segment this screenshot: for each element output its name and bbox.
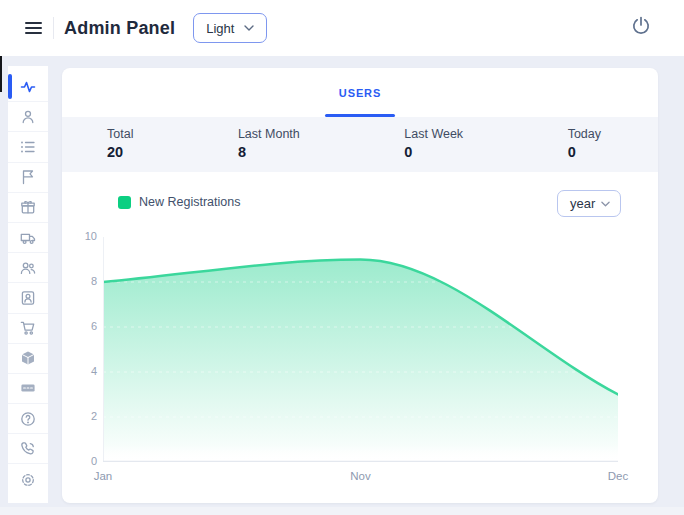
legend-label: New Registrations: [139, 195, 240, 209]
theme-selector[interactable]: Light: [193, 13, 267, 43]
sidebar-item-package[interactable]: [8, 344, 48, 374]
main-card: USERS Total20Last Month8Last Week0Today0…: [62, 68, 658, 503]
y-axis: 0246810: [67, 237, 97, 462]
tab-users[interactable]: USERS: [335, 68, 385, 117]
y-axis-label: 0: [67, 455, 97, 467]
sidebar-item-cart[interactable]: [8, 314, 48, 344]
sidebar-item-wallet[interactable]: [8, 374, 48, 404]
sidebar-item-user[interactable]: [8, 102, 48, 132]
sidebar-item-gift[interactable]: [8, 193, 48, 223]
stat-total: Total20: [107, 127, 133, 172]
gift-icon: [20, 199, 36, 215]
tab-active-underline: [325, 114, 395, 117]
header-divider: [53, 17, 54, 39]
y-axis-label: 2: [67, 410, 97, 422]
sidebar-item-user-card[interactable]: [8, 283, 48, 313]
stat-label: Today: [568, 127, 601, 141]
activity-icon: [20, 79, 36, 95]
stats-summary: Total20Last Month8Last Week0Today0: [62, 117, 658, 172]
stat-label: Last Month: [238, 127, 300, 141]
tab-bar: USERS: [62, 68, 658, 117]
tab-users-label: USERS: [339, 87, 381, 99]
scrollbar-thumb[interactable]: [0, 56, 2, 92]
sidebar-item-help[interactable]: [8, 404, 48, 434]
chart-legend: New Registrations: [118, 194, 240, 210]
area-chart-svg: [103, 237, 618, 462]
x-axis-label: Nov: [350, 470, 370, 482]
y-axis-label: 8: [67, 275, 97, 287]
horizontal-scrollbar-track[interactable]: [0, 507, 684, 515]
package-icon: [20, 350, 36, 366]
user-card-icon: [20, 290, 36, 306]
sidebar-item-settings[interactable]: [8, 464, 48, 494]
list-icon: [20, 139, 36, 155]
range-selector[interactable]: year: [557, 190, 621, 217]
settings-icon: [20, 472, 36, 488]
hamburger-menu-icon[interactable]: [25, 19, 42, 38]
stat-value: 0: [404, 144, 463, 160]
stat-today: Today0: [568, 127, 601, 172]
stat-value: 8: [238, 144, 300, 160]
stat-label: Last Week: [404, 127, 463, 141]
theme-selector-value: Light: [206, 21, 234, 36]
sidebar-item-flag[interactable]: [8, 163, 48, 193]
stat-last-week: Last Week0: [404, 127, 463, 172]
power-icon[interactable]: [630, 15, 652, 37]
wallet-icon: [20, 380, 36, 396]
sidebar-item-truck[interactable]: [8, 223, 48, 253]
y-axis-label: 4: [67, 365, 97, 377]
users-icon: [20, 260, 36, 276]
truck-icon: [20, 230, 36, 246]
sidebar-item-list[interactable]: [8, 132, 48, 162]
x-axis-label: Jan: [94, 470, 113, 482]
phone-icon: [20, 441, 36, 457]
y-axis-label: 6: [67, 320, 97, 332]
sidebar-item-users[interactable]: [8, 253, 48, 283]
legend-swatch: [118, 196, 131, 209]
sidebar-item-phone[interactable]: [8, 434, 48, 464]
stat-last-month: Last Month8: [238, 127, 300, 172]
cart-icon: [20, 320, 36, 336]
area-chart: 0246810 JanNovDec: [103, 237, 618, 462]
chevron-down-icon: [601, 201, 610, 207]
active-indicator: [8, 74, 12, 99]
flag-icon: [20, 169, 36, 185]
chevron-down-icon: [244, 25, 254, 31]
range-selector-value: year: [570, 196, 595, 211]
chart-section: New Registrations year 0246810 JanNovDec: [62, 172, 658, 503]
help-icon: [20, 411, 36, 427]
stat-label: Total: [107, 127, 133, 141]
app-header: Admin Panel Light: [0, 0, 684, 56]
app-title: Admin Panel: [64, 18, 175, 39]
sidebar-item-activity[interactable]: [8, 72, 48, 102]
stat-value: 20: [107, 144, 133, 160]
x-axis-label: Dec: [608, 470, 628, 482]
sidebar: [8, 66, 48, 503]
user-icon: [20, 109, 36, 125]
y-axis-label: 10: [67, 230, 97, 242]
stat-value: 0: [568, 144, 601, 160]
